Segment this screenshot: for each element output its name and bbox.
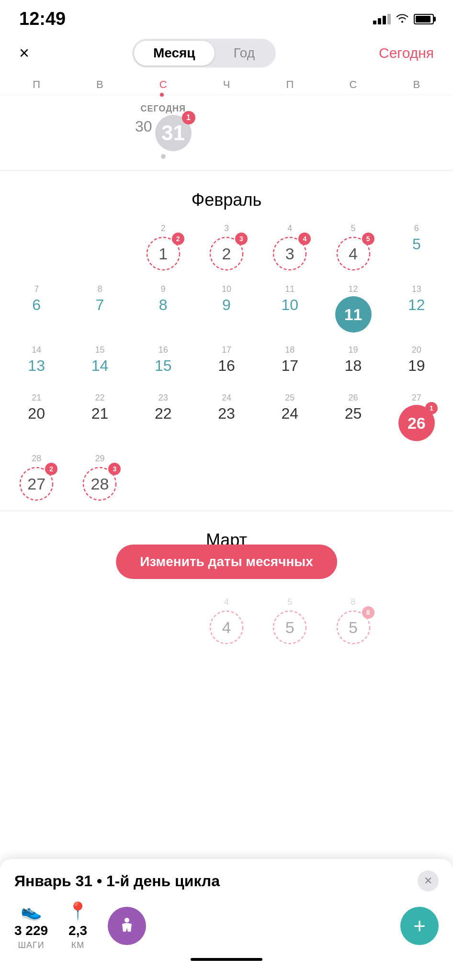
february-section: Февраль 2 1 2 3 2 3 4 [0, 176, 453, 506]
mar-4[interactable]: 4 4 [195, 593, 258, 649]
segment-control: Месяц Год [132, 39, 276, 67]
feb-17[interactable]: 18 17 [258, 341, 321, 384]
separator-feb-mar [0, 511, 453, 511]
feb-15[interactable]: 16 15 [132, 341, 195, 384]
status-icons [373, 12, 434, 26]
body-button[interactable] [108, 907, 146, 945]
day-header-wed: С [132, 75, 195, 95]
feb-7[interactable]: 8 7 [68, 280, 131, 336]
signal-bars-icon [373, 14, 391, 24]
distance-stat: 📍 2,3 КМ [67, 901, 89, 950]
feb-20[interactable]: 21 20 [5, 389, 68, 445]
feb-25[interactable]: 26 25 [321, 389, 385, 445]
feb-4[interactable]: 5 4 5 [321, 220, 385, 276]
today-number: 31 [161, 121, 185, 145]
feb-18[interactable]: 19 18 [321, 341, 385, 384]
cal-cell-empty-6 [385, 110, 448, 153]
cal-cell-empty-5 [321, 110, 385, 153]
feb-empty-end-1 [132, 450, 195, 506]
feb-3[interactable]: 4 3 4 [258, 220, 321, 276]
day-header-thu: Ч [195, 75, 258, 95]
feb-27[interactable]: 28 27 2 [5, 450, 68, 506]
panel-close-button[interactable]: ✕ [418, 870, 439, 891]
february-grid: 2 1 2 3 2 3 4 3 4 [5, 220, 448, 506]
today-dot [161, 154, 166, 159]
home-indicator [191, 958, 262, 961]
status-bar: 12:49 [0, 0, 453, 34]
cal-cell-empty-4 [258, 110, 321, 153]
svg-point-11 [125, 918, 129, 923]
cal-cell-empty-1 [5, 110, 68, 153]
panel-title: Январь 31 • 1-й день цикла [14, 872, 220, 890]
day-header-sat: С [321, 75, 385, 95]
feb-6[interactable]: 7 6 [5, 280, 68, 336]
feb-empty-1 [5, 220, 68, 276]
feb-5[interactable]: 6 5 [385, 220, 448, 276]
steps-label: ШАГИ [18, 940, 44, 950]
feb-26[interactable]: 27 26 1 [385, 389, 448, 445]
battery-icon [414, 14, 434, 24]
mar-5[interactable]: 5 5 [258, 593, 321, 649]
cal-cell-empty-2 [68, 110, 131, 153]
steps-icon: 👟 [21, 901, 42, 921]
prev-day-num: 30 [135, 115, 152, 135]
day-headers: П В С Ч П С В [0, 75, 453, 95]
steps-value: 3 229 [14, 923, 48, 938]
feb-13[interactable]: 14 13 [5, 341, 68, 384]
feb-10[interactable]: 11 10 [258, 280, 321, 336]
segment-year[interactable]: Год [215, 41, 274, 66]
feb-empty-end-2 [195, 450, 258, 506]
active-day-dot [160, 93, 164, 97]
distance-label: КМ [71, 940, 84, 950]
feb-empty-end-3 [258, 450, 321, 506]
feb-16[interactable]: 17 16 [195, 341, 258, 384]
today-label: СЕГОДНЯ [140, 104, 186, 114]
feb-22[interactable]: 23 22 [132, 389, 195, 445]
day-header-tue: В [68, 75, 131, 95]
feb-23[interactable]: 24 23 [195, 389, 258, 445]
mar-5b[interactable]: 8 5 8 [321, 593, 385, 649]
march-section: Март Изменить даты месячных 4 4 5 5 8 [0, 516, 453, 654]
feb-11[interactable]: 12 11 [321, 280, 385, 336]
feb-8[interactable]: 9 8 [132, 280, 195, 336]
feb-19[interactable]: 20 19 [385, 341, 448, 384]
feb-empty-end-4 [321, 450, 385, 506]
distance-value: 2,3 [68, 923, 87, 938]
feb-1[interactable]: 2 1 2 [132, 220, 195, 276]
feb-14[interactable]: 15 14 [68, 341, 131, 384]
add-button[interactable]: + [400, 907, 439, 945]
feb-24[interactable]: 25 24 [258, 389, 321, 445]
february-title: Февраль [5, 176, 448, 220]
close-button[interactable]: × [19, 43, 29, 63]
today-circle-wrap: 31 1 [155, 115, 192, 151]
feb-21[interactable]: 22 21 [68, 389, 131, 445]
panel-header: Январь 31 • 1-й день цикла ✕ [14, 870, 439, 891]
day-header-sun: В [385, 75, 448, 95]
wifi-icon [396, 12, 409, 26]
day-header-mon: П [5, 75, 68, 95]
bottom-panel: Январь 31 • 1-й день цикла ✕ 👟 3 229 ШАГ… [0, 859, 453, 980]
feb-empty-2 [68, 220, 131, 276]
day-header-fri: П [258, 75, 321, 95]
today-button[interactable]: Сегодня [379, 45, 434, 61]
status-time: 12:49 [19, 9, 66, 29]
separator-jan-feb [0, 170, 453, 171]
top-nav: × Месяц Год Сегодня [0, 34, 453, 75]
today-row: СЕГОДНЯ 30 31 1 [0, 95, 453, 166]
panel-close-icon: ✕ [424, 875, 432, 887]
feb-12[interactable]: 13 12 [385, 280, 448, 336]
feb-28[interactable]: 29 28 3 [68, 450, 131, 506]
today-badge: 1 [182, 111, 195, 124]
bottom-spacer [0, 654, 453, 779]
distance-icon: 📍 [67, 901, 89, 921]
today-cell[interactable]: СЕГОДНЯ 30 31 1 [132, 100, 195, 163]
panel-actions: 👟 3 229 ШАГИ 📍 2,3 КМ + [14, 901, 439, 950]
steps-stat: 👟 3 229 ШАГИ [14, 901, 48, 950]
change-dates-button[interactable]: Изменить даты месячных [116, 545, 337, 579]
feb-2[interactable]: 3 2 3 [195, 220, 258, 276]
cal-cell-empty-3 [195, 110, 258, 153]
segment-month[interactable]: Месяц [134, 41, 215, 66]
feb-empty-end-5 [385, 450, 448, 506]
feb-9[interactable]: 10 9 [195, 280, 258, 336]
